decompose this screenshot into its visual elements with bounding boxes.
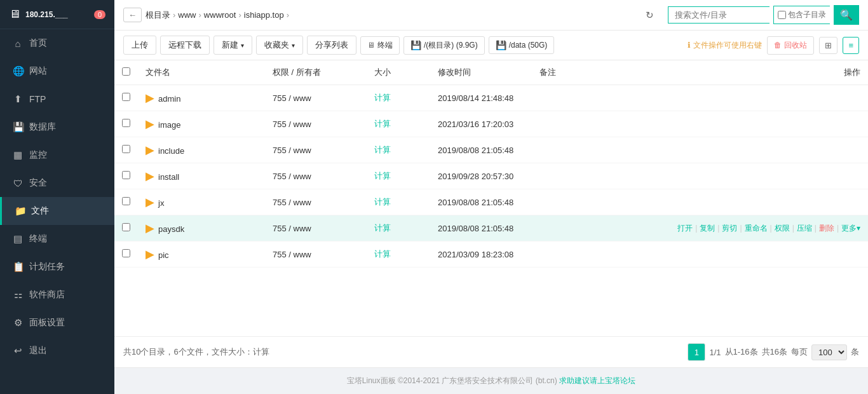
action-剪切-link[interactable]: 剪切	[722, 223, 737, 234]
sidebar-item-monitor[interactable]: ▦ 监控	[0, 141, 114, 169]
action-压缩-link[interactable]: 压缩	[797, 223, 812, 234]
sidebar-item-home[interactable]: ⌂ 首页	[0, 29, 114, 57]
row-time-cell: 2021/03/09 18:23:08	[430, 241, 532, 268]
row-checkbox[interactable]	[122, 119, 130, 127]
upload-button[interactable]: 上传	[123, 36, 156, 55]
file-name[interactable]: admin	[158, 94, 180, 104]
favorites-button[interactable]: 收藏夹 ▾	[256, 36, 303, 55]
refresh-button[interactable]: ↻	[642, 8, 658, 22]
row-size-cell[interactable]: 计算	[367, 215, 430, 241]
forum-link[interactable]: 求助建议请上宝塔论坛	[559, 376, 635, 385]
action-重命名-link[interactable]: 重命名	[745, 223, 768, 234]
disk2-button[interactable]: 💾 /data (50G)	[489, 36, 555, 54]
favorites-chevron-icon: ▾	[292, 42, 295, 49]
share-list-button[interactable]: 分享列表	[307, 36, 356, 55]
row-checkbox[interactable]	[122, 197, 130, 205]
sidebar-item-cron[interactable]: 📋 计划任务	[0, 253, 114, 281]
row-name-cell[interactable]: ▶paysdk	[138, 215, 265, 241]
view-list-button[interactable]: ≡	[843, 37, 859, 54]
breadcrumb-www[interactable]: www	[178, 10, 196, 20]
size-calc[interactable]: 计算	[374, 249, 391, 259]
per-page-select[interactable]: 100 50 200	[811, 344, 847, 360]
breadcrumb-wwwroot[interactable]: wwwroot	[204, 10, 236, 20]
breadcrumb-sep-1: ›	[173, 10, 175, 20]
row-size-cell[interactable]: 计算	[367, 241, 430, 268]
row-size-cell[interactable]: 计算	[367, 189, 430, 215]
file-name[interactable]: pic	[158, 250, 169, 260]
row-time-cell: 2019/08/08 21:05:48	[430, 137, 532, 163]
row-checkbox[interactable]	[122, 145, 130, 153]
sidebar-item-files[interactable]: 📁 文件	[0, 197, 114, 225]
action-删除-link[interactable]: 删除	[819, 223, 834, 234]
row-name-cell[interactable]: ▶pic	[138, 241, 265, 268]
file-name[interactable]: install	[158, 172, 179, 182]
row-checkbox[interactable]	[122, 223, 130, 231]
action-打开-link[interactable]: 打开	[677, 223, 693, 234]
server-ip: 180.215.___	[25, 10, 68, 19]
folder-icon: ▶	[146, 196, 154, 208]
include-subdir-checkbox[interactable]	[778, 11, 786, 19]
size-calc[interactable]: 计算	[374, 145, 391, 154]
file-name[interactable]: include	[158, 146, 184, 156]
row-checkbox[interactable]	[122, 93, 130, 101]
row-name-cell[interactable]: ▶admin	[138, 85, 265, 111]
action-复制-link[interactable]: 复制	[700, 223, 715, 234]
file-footer: 共10个目录，6个文件，文件大小：计算 1 1/1 从1-16条 共16条 每页…	[114, 336, 868, 367]
size-calc[interactable]: 计算	[374, 223, 391, 233]
row-checkbox[interactable]	[122, 249, 130, 257]
row-size-cell[interactable]: 计算	[367, 163, 430, 189]
col-header-check	[114, 60, 138, 85]
sidebar-item-monitor-label: 监控	[29, 149, 47, 161]
sidebar-item-ftp[interactable]: ⬆ FTP	[0, 85, 114, 113]
file-name[interactable]: jx	[158, 198, 164, 208]
row-checkbox[interactable]	[122, 171, 130, 179]
action-权限-link[interactable]: 权限	[775, 223, 790, 234]
size-calc[interactable]: 计算	[374, 119, 391, 128]
upload-label: 上传	[132, 39, 148, 51]
action-sep: |	[695, 224, 697, 233]
remote-download-button[interactable]: 远程下载	[160, 36, 210, 55]
database-icon: 💾	[13, 121, 23, 133]
folder-nav-icon: 📁	[15, 205, 25, 217]
back-button[interactable]: ←	[123, 8, 142, 22]
sidebar-item-security[interactable]: 🛡 安全	[0, 169, 114, 197]
row-action-cell	[595, 189, 868, 215]
terminal-button[interactable]: 🖥 终端	[360, 36, 400, 55]
new-button[interactable]: 新建 ▾	[214, 36, 252, 55]
sidebar-item-settings[interactable]: ⚙ 面板设置	[0, 309, 114, 337]
row-name-cell[interactable]: ▶include	[138, 137, 265, 163]
search-button[interactable]: 🔍	[834, 5, 859, 25]
row-checkbox-cell	[114, 189, 138, 215]
sidebar-item-website-label: 网站	[29, 65, 47, 77]
action-更多-link[interactable]: 更多▾	[841, 223, 860, 234]
sidebar-item-terminal[interactable]: ▤ 终端	[0, 225, 114, 253]
sidebar-item-store[interactable]: ⚏ 软件商店	[0, 281, 114, 309]
select-all-checkbox[interactable]	[122, 67, 130, 76]
row-name-cell[interactable]: ▶image	[138, 111, 265, 137]
breadcrumb-root[interactable]: 根目录	[146, 10, 170, 21]
include-subdir-label[interactable]: 包含子目录	[773, 6, 830, 24]
breadcrumb-domain[interactable]: ishiapp.top	[244, 10, 284, 20]
row-size-cell[interactable]: 计算	[367, 111, 430, 137]
view-grid-button[interactable]: ⊞	[819, 37, 837, 54]
file-name[interactable]: image	[158, 120, 180, 130]
size-calc[interactable]: 计算	[374, 171, 391, 180]
size-calc[interactable]: 计算	[374, 197, 391, 207]
search-area: 包含子目录 🔍	[668, 5, 859, 25]
disk1-button[interactable]: 💾 /(根目录) (9.9G)	[403, 36, 485, 55]
row-size-cell[interactable]: 计算	[367, 137, 430, 163]
recycle-button[interactable]: 🗑 回收站	[767, 36, 814, 55]
size-calc[interactable]: 计算	[374, 93, 391, 102]
sidebar-item-files-label: 文件	[31, 205, 49, 217]
sidebar-item-website[interactable]: 🌐 网站	[0, 57, 114, 85]
remote-download-label: 远程下载	[168, 39, 201, 51]
row-name-cell[interactable]: ▶install	[138, 163, 265, 189]
row-name-cell[interactable]: ▶jx	[138, 189, 265, 215]
sidebar-item-logout[interactable]: ↩ 退出	[0, 337, 114, 365]
file-name[interactable]: paysdk	[158, 224, 184, 234]
page-current-button[interactable]: 1	[688, 343, 705, 361]
search-input[interactable]	[668, 6, 770, 24]
row-perm-cell: 755 / www	[265, 111, 367, 137]
sidebar-item-database[interactable]: 💾 数据库	[0, 113, 114, 141]
row-size-cell[interactable]: 计算	[367, 85, 430, 111]
